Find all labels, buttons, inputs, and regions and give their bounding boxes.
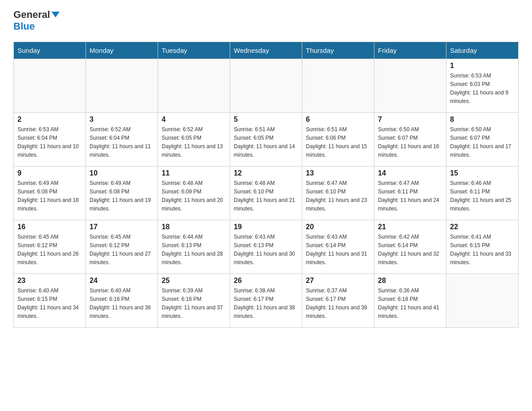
day-info: Sunrise: 6:43 AMSunset: 6:14 PMDaylight:… <box>306 233 370 267</box>
calendar-cell: 10Sunrise: 6:49 AMSunset: 6:08 PMDayligh… <box>86 166 158 220</box>
calendar-week-1: 1Sunrise: 6:53 AMSunset: 6:03 PMDaylight… <box>14 59 519 112</box>
calendar-header-row: SundayMondayTuesdayWednesdayThursdayFrid… <box>14 42 519 59</box>
calendar-cell: 4Sunrise: 6:52 AMSunset: 6:05 PMDaylight… <box>158 112 230 166</box>
day-info: Sunrise: 6:41 AMSunset: 6:15 PMDaylight:… <box>450 233 515 267</box>
day-info: Sunrise: 6:51 AMSunset: 6:06 PMDaylight:… <box>306 125 370 160</box>
calendar-table: SundayMondayTuesdayWednesdayThursdayFrid… <box>13 42 519 328</box>
weekday-header-monday: Monday <box>86 42 158 59</box>
day-info: Sunrise: 6:40 AMSunset: 6:16 PMDaylight:… <box>90 287 154 321</box>
calendar-cell: 14Sunrise: 6:47 AMSunset: 6:11 PMDayligh… <box>374 166 446 220</box>
weekday-header-thursday: Thursday <box>302 42 374 59</box>
day-info: Sunrise: 6:37 AMSunset: 6:17 PMDaylight:… <box>306 287 370 321</box>
day-number: 23 <box>17 277 82 285</box>
calendar-cell: 21Sunrise: 6:42 AMSunset: 6:14 PMDayligh… <box>374 220 446 274</box>
calendar-cell <box>374 59 446 112</box>
logo-blue-text: Blue <box>13 21 60 32</box>
weekday-header-tuesday: Tuesday <box>158 42 230 59</box>
day-number: 20 <box>306 223 370 231</box>
calendar-cell <box>230 59 302 112</box>
calendar-cell: 11Sunrise: 6:48 AMSunset: 6:09 PMDayligh… <box>158 166 230 220</box>
weekday-header-sunday: Sunday <box>14 42 86 59</box>
day-info: Sunrise: 6:50 AMSunset: 6:07 PMDaylight:… <box>378 125 442 160</box>
day-info: Sunrise: 6:50 AMSunset: 6:07 PMDaylight:… <box>450 125 515 160</box>
day-number: 22 <box>450 223 515 231</box>
day-info: Sunrise: 6:52 AMSunset: 6:05 PMDaylight:… <box>162 125 226 160</box>
day-info: Sunrise: 6:43 AMSunset: 6:13 PMDaylight:… <box>234 233 298 267</box>
day-number: 15 <box>450 169 515 177</box>
calendar-week-4: 16Sunrise: 6:45 AMSunset: 6:12 PMDayligh… <box>14 220 519 274</box>
day-number: 19 <box>234 223 298 231</box>
day-number: 21 <box>378 223 442 231</box>
day-info: Sunrise: 6:49 AMSunset: 6:08 PMDaylight:… <box>90 179 154 214</box>
day-number: 3 <box>90 116 154 124</box>
day-info: Sunrise: 6:42 AMSunset: 6:14 PMDaylight:… <box>378 233 442 267</box>
calendar-cell: 15Sunrise: 6:46 AMSunset: 6:11 PMDayligh… <box>446 166 519 220</box>
day-number: 4 <box>162 116 226 124</box>
day-number: 26 <box>234 277 298 285</box>
day-number: 16 <box>17 223 82 231</box>
day-number: 2 <box>17 116 82 124</box>
day-info: Sunrise: 6:45 AMSunset: 6:12 PMDaylight:… <box>17 233 82 267</box>
day-info: Sunrise: 6:47 AMSunset: 6:10 PMDaylight:… <box>306 179 370 214</box>
day-number: 24 <box>90 277 154 285</box>
day-number: 25 <box>162 277 226 285</box>
calendar-cell: 2Sunrise: 6:53 AMSunset: 6:04 PMDaylight… <box>14 112 86 166</box>
calendar-cell <box>302 59 374 112</box>
calendar-cell: 27Sunrise: 6:37 AMSunset: 6:17 PMDayligh… <box>302 274 374 327</box>
day-number: 28 <box>378 277 442 285</box>
day-info: Sunrise: 6:47 AMSunset: 6:11 PMDaylight:… <box>378 179 442 214</box>
calendar-cell: 24Sunrise: 6:40 AMSunset: 6:16 PMDayligh… <box>86 274 158 327</box>
calendar-cell: 26Sunrise: 6:38 AMSunset: 6:17 PMDayligh… <box>230 274 302 327</box>
calendar-week-2: 2Sunrise: 6:53 AMSunset: 6:04 PMDaylight… <box>14 112 519 166</box>
calendar-cell <box>158 59 230 112</box>
day-info: Sunrise: 6:38 AMSunset: 6:17 PMDaylight:… <box>234 287 298 321</box>
calendar-cell: 13Sunrise: 6:47 AMSunset: 6:10 PMDayligh… <box>302 166 374 220</box>
day-number: 6 <box>306 116 370 124</box>
calendar-cell: 18Sunrise: 6:44 AMSunset: 6:13 PMDayligh… <box>158 220 230 274</box>
logo-triangle-icon <box>51 12 60 17</box>
day-info: Sunrise: 6:48 AMSunset: 6:10 PMDaylight:… <box>234 179 298 214</box>
day-info: Sunrise: 6:40 AMSunset: 6:15 PMDaylight:… <box>17 287 82 321</box>
day-info: Sunrise: 6:44 AMSunset: 6:13 PMDaylight:… <box>162 233 226 267</box>
calendar-cell: 23Sunrise: 6:40 AMSunset: 6:15 PMDayligh… <box>14 274 86 327</box>
day-number: 18 <box>162 223 226 231</box>
calendar-cell: 17Sunrise: 6:45 AMSunset: 6:12 PMDayligh… <box>86 220 158 274</box>
calendar-cell: 20Sunrise: 6:43 AMSunset: 6:14 PMDayligh… <box>302 220 374 274</box>
logo: General Blue <box>13 9 60 33</box>
day-info: Sunrise: 6:53 AMSunset: 6:03 PMDaylight:… <box>450 72 515 106</box>
calendar-cell: 19Sunrise: 6:43 AMSunset: 6:13 PMDayligh… <box>230 220 302 274</box>
day-info: Sunrise: 6:45 AMSunset: 6:12 PMDaylight:… <box>90 233 154 267</box>
calendar-week-5: 23Sunrise: 6:40 AMSunset: 6:15 PMDayligh… <box>14 274 519 327</box>
weekday-header-wednesday: Wednesday <box>230 42 302 59</box>
day-info: Sunrise: 6:52 AMSunset: 6:04 PMDaylight:… <box>90 125 154 160</box>
weekday-header-saturday: Saturday <box>446 42 519 59</box>
day-number: 1 <box>450 62 515 70</box>
calendar-cell: 25Sunrise: 6:39 AMSunset: 6:16 PMDayligh… <box>158 274 230 327</box>
day-info: Sunrise: 6:36 AMSunset: 6:18 PMDaylight:… <box>378 287 442 321</box>
day-info: Sunrise: 6:46 AMSunset: 6:11 PMDaylight:… <box>450 179 515 214</box>
day-number: 27 <box>306 277 370 285</box>
calendar-cell: 1Sunrise: 6:53 AMSunset: 6:03 PMDaylight… <box>446 59 519 112</box>
day-info: Sunrise: 6:53 AMSunset: 6:04 PMDaylight:… <box>17 125 82 160</box>
day-number: 17 <box>90 223 154 231</box>
day-number: 12 <box>234 169 298 177</box>
day-info: Sunrise: 6:51 AMSunset: 6:05 PMDaylight:… <box>234 125 298 160</box>
calendar-cell: 22Sunrise: 6:41 AMSunset: 6:15 PMDayligh… <box>446 220 519 274</box>
day-info: Sunrise: 6:39 AMSunset: 6:16 PMDaylight:… <box>162 287 226 321</box>
calendar-cell: 16Sunrise: 6:45 AMSunset: 6:12 PMDayligh… <box>14 220 86 274</box>
calendar-cell <box>14 59 86 112</box>
day-number: 10 <box>90 169 154 177</box>
calendar-cell: 28Sunrise: 6:36 AMSunset: 6:18 PMDayligh… <box>374 274 446 327</box>
day-number: 8 <box>450 116 515 124</box>
day-info: Sunrise: 6:49 AMSunset: 6:08 PMDaylight:… <box>17 179 82 214</box>
logo-general-text: General <box>13 9 50 20</box>
day-number: 14 <box>378 169 442 177</box>
day-number: 7 <box>378 116 442 124</box>
calendar-cell: 3Sunrise: 6:52 AMSunset: 6:04 PMDaylight… <box>86 112 158 166</box>
calendar-cell: 12Sunrise: 6:48 AMSunset: 6:10 PMDayligh… <box>230 166 302 220</box>
page-header: General Blue <box>13 9 519 33</box>
calendar-cell: 9Sunrise: 6:49 AMSunset: 6:08 PMDaylight… <box>14 166 86 220</box>
calendar-cell: 8Sunrise: 6:50 AMSunset: 6:07 PMDaylight… <box>446 112 519 166</box>
calendar-cell <box>446 274 519 327</box>
calendar-cell <box>86 59 158 112</box>
